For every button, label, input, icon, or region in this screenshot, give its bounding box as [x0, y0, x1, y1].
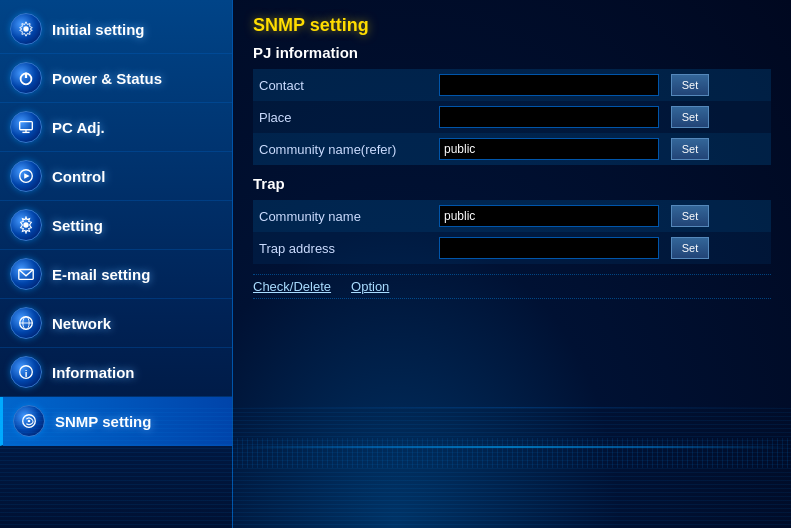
- sidebar: Initial setting Power & Status PC Adj.: [0, 0, 233, 528]
- glow-bar2: [233, 407, 791, 408]
- table-row: Community name Set: [253, 200, 771, 232]
- sidebar-label-email-setting: E-mail setting: [52, 266, 150, 283]
- trap-address-set-button[interactable]: Set: [671, 237, 709, 259]
- trap-community-input-cell: [433, 200, 665, 232]
- sidebar-label-setting: Setting: [52, 217, 103, 234]
- email-icon: [10, 258, 42, 290]
- sidebar-item-initial-setting[interactable]: Initial setting: [0, 5, 232, 54]
- table-row: Contact Set: [253, 69, 771, 101]
- pc-icon: [10, 111, 42, 143]
- contact-set-button[interactable]: Set: [671, 74, 709, 96]
- contact-input-cell: [433, 69, 665, 101]
- community-refer-set-button[interactable]: Set: [671, 138, 709, 160]
- sidebar-item-snmp-setting[interactable]: SNMP setting: [0, 397, 232, 446]
- table-row: Community name(refer) Set: [253, 133, 771, 165]
- trap-community-input[interactable]: [439, 205, 659, 227]
- power-icon: [10, 62, 42, 94]
- sidebar-label-initial-setting: Initial setting: [52, 21, 145, 38]
- settings-icon: [10, 13, 42, 45]
- control-icon: [10, 160, 42, 192]
- svg-point-16: [28, 420, 31, 423]
- sidebar-item-network[interactable]: Network: [0, 299, 232, 348]
- community-refer-label: Community name(refer): [253, 133, 433, 165]
- sidebar-item-email-setting[interactable]: E-mail setting: [0, 250, 232, 299]
- sidebar-label-power-status: Power & Status: [52, 70, 162, 87]
- page-title: SNMP setting: [253, 15, 771, 36]
- bottom-decoration: [233, 438, 791, 468]
- contact-input[interactable]: [439, 74, 659, 96]
- sidebar-label-network: Network: [52, 315, 111, 332]
- contact-label: Contact: [253, 69, 433, 101]
- community-refer-input[interactable]: [439, 138, 659, 160]
- trap-table: Community name Set Trap address Set: [253, 200, 771, 264]
- setting-icon: [10, 209, 42, 241]
- sidebar-label-control: Control: [52, 168, 105, 185]
- contact-set-cell: Set: [665, 69, 771, 101]
- table-row: Trap address Set: [253, 232, 771, 264]
- info-icon: i: [10, 356, 42, 388]
- nav-links: Check/Delete Option: [253, 274, 771, 299]
- svg-marker-7: [24, 173, 29, 178]
- trap-section-title: Trap: [253, 175, 771, 192]
- sidebar-label-snmp-setting: SNMP setting: [55, 413, 151, 430]
- trap-address-label: Trap address: [253, 232, 433, 264]
- community-refer-set-cell: Set: [665, 133, 771, 165]
- place-label: Place: [253, 101, 433, 133]
- trap-section: Trap Community name Set Trap address: [253, 175, 771, 264]
- place-input-cell: [433, 101, 665, 133]
- community-refer-input-cell: [433, 133, 665, 165]
- place-input[interactable]: [439, 106, 659, 128]
- sidebar-item-pc-adj[interactable]: PC Adj.: [0, 103, 232, 152]
- sidebar-item-power-status[interactable]: Power & Status: [0, 54, 232, 103]
- place-set-button[interactable]: Set: [671, 106, 709, 128]
- trap-community-set-button[interactable]: Set: [671, 205, 709, 227]
- trap-community-set-cell: Set: [665, 200, 771, 232]
- snmp-icon: [13, 405, 45, 437]
- svg-point-8: [23, 222, 28, 227]
- svg-point-0: [23, 26, 28, 31]
- pj-section-title: PJ information: [253, 44, 771, 61]
- check-delete-link[interactable]: Check/Delete: [253, 279, 331, 294]
- trap-community-label: Community name: [253, 200, 433, 232]
- sidebar-item-setting[interactable]: Setting: [0, 201, 232, 250]
- trap-address-input-cell: [433, 232, 665, 264]
- trap-address-input[interactable]: [439, 237, 659, 259]
- sidebar-label-information: Information: [52, 364, 135, 381]
- svg-text:i: i: [25, 368, 28, 379]
- sidebar-item-control[interactable]: Control: [0, 152, 232, 201]
- table-row: Place Set: [253, 101, 771, 133]
- sidebar-item-information[interactable]: i Information: [0, 348, 232, 397]
- network-icon: [10, 307, 42, 339]
- trap-address-set-cell: Set: [665, 232, 771, 264]
- option-link[interactable]: Option: [351, 279, 389, 294]
- place-set-cell: Set: [665, 101, 771, 133]
- svg-rect-3: [20, 122, 33, 130]
- pj-info-table: Contact Set Place Set Community name(ref…: [253, 69, 771, 165]
- sidebar-label-pc-adj: PC Adj.: [52, 119, 105, 136]
